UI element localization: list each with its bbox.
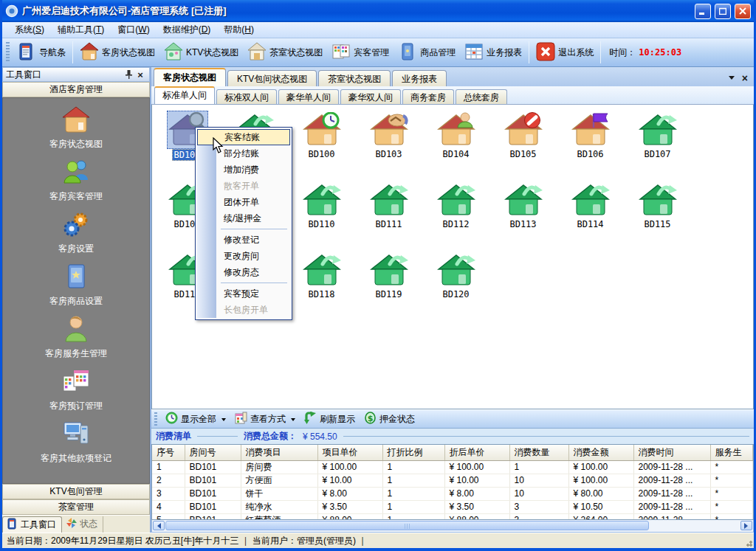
context-menu-item-11[interactable]: 宾客预定 (197, 285, 290, 302)
close-tab-icon[interactable]: × (742, 74, 748, 82)
table-row[interactable]: 5BD101红葡萄酒¥ 88.001¥ 88.003¥ 264.002009-1… (152, 513, 753, 520)
sidebar-item-7[interactable]: 客房其他款项登记 (10, 420, 142, 472)
dropdown-arrow-icon[interactable] (291, 418, 295, 423)
room-type-tab-1[interactable]: 标准双人间 (216, 89, 277, 104)
toolbar-button-navigator[interactable]: 导航条 (13, 40, 70, 65)
sidebar-group-ktv[interactable]: KTV包间管理 (2, 484, 150, 499)
room-type-tab-2[interactable]: 豪华单人间 (278, 89, 339, 104)
sidebar-item-4[interactable]: 客房商品设置 (10, 263, 142, 315)
menubar-item-1[interactable]: 辅助工具(T) (51, 21, 111, 38)
toolbar-button-exit[interactable]: 退出系统 (532, 40, 598, 65)
toolbar-button-goods-manage[interactable]: 商品管理 (394, 40, 460, 65)
sidebar-bottom-tab-toolwindow[interactable]: 工具窗口 (2, 516, 62, 533)
tab-list-dropdown-icon[interactable] (729, 76, 735, 83)
room-BD118[interactable]: BD118 (288, 249, 355, 319)
dropdown-arrow-icon[interactable] (221, 418, 226, 423)
room-BD104[interactable]: BD104 (422, 109, 489, 179)
close-tool-window-icon[interactable]: × (134, 69, 146, 80)
context-menu-item-5[interactable]: 续/退押金 (197, 210, 290, 226)
table-row[interactable]: 3BD101饼干¥ 8.001¥ 8.0010¥ 80.002009-11-28… (152, 487, 753, 500)
doc-tab-2[interactable]: 茶室状态视图 (318, 70, 391, 86)
room-BD111[interactable]: BD111 (355, 179, 422, 249)
context-menu-item-7[interactable]: 修改登记 (197, 232, 290, 248)
pin-icon[interactable] (123, 69, 134, 80)
scroll-left-arrow-icon[interactable] (153, 521, 165, 530)
table-row[interactable]: 1BD101房间费¥ 100.001¥ 100.001¥ 100.002009-… (152, 460, 753, 474)
context-menu-item-4[interactable]: 团体开单 (197, 194, 290, 210)
toolbar-button-ktv-status[interactable]: KTV状态视图 (159, 40, 243, 65)
context-menu-item-1[interactable]: 部分结账 (197, 145, 290, 162)
toolbar-button-report[interactable]: 业务报表 (460, 40, 526, 65)
room-BD103[interactable]: BD103 (355, 109, 422, 179)
sidebar-bottom-tab-status[interactable]: 状态 (62, 516, 103, 533)
room-BD120[interactable]: BD120 (422, 249, 489, 319)
room-type-tab-5[interactable]: 总统套房 (456, 89, 507, 104)
doc-tab-3[interactable]: 业务报表 (392, 70, 447, 86)
room-BD114[interactable]: BD114 (557, 179, 624, 249)
column-header[interactable]: 项目单价 (317, 445, 382, 460)
minimize-button[interactable] (695, 4, 711, 19)
room-BD106[interactable]: BD106 (557, 109, 624, 179)
room-type-tab-4[interactable]: 商务套房 (402, 89, 454, 104)
column-header[interactable]: 折后单价 (444, 445, 509, 460)
toolbar-grip[interactable] (6, 42, 10, 63)
sidebar-item-3[interactable]: 客房设置 (10, 210, 142, 263)
column-header[interactable]: 消费项目 (241, 445, 317, 460)
table-cell: 3 (509, 500, 568, 513)
toolbar-button-room-status[interactable]: 客房状态视图 (75, 40, 159, 65)
room-house-icon-group-handshake (370, 112, 408, 148)
column-header[interactable]: 房间号 (185, 445, 241, 460)
room-BD100[interactable]: BD100 (288, 109, 355, 179)
maximize-button[interactable] (715, 4, 731, 19)
room-type-tab-0[interactable]: 标准单人间 (154, 86, 215, 104)
sidebar-item-2[interactable]: 客房宾客管理 (10, 158, 142, 210)
menubar-item-3[interactable]: 数据维护(D) (157, 21, 218, 38)
context-menu-item-0[interactable]: 宾客结账 (197, 129, 290, 145)
list-toolbar-grip[interactable] (154, 412, 157, 426)
table-cell: ¥ 100.00 (568, 474, 633, 487)
resize-grip[interactable] (743, 538, 752, 547)
scrollbar-thumb[interactable] (165, 521, 649, 530)
room-BD112[interactable]: BD112 (422, 179, 489, 249)
room-BD115[interactable]: BD115 (624, 179, 691, 249)
action-refresh-button[interactable]: 刷新显示 (300, 410, 360, 428)
column-header[interactable]: 消费时间 (633, 445, 710, 460)
action-clock-button[interactable]: 显示全部 (161, 410, 230, 428)
sidebar-group-hotel-rooms[interactable]: 酒店客房管理 (2, 82, 150, 97)
context-menu-item-8[interactable]: 更改房间 (197, 248, 290, 264)
column-header[interactable]: 打折比例 (382, 445, 444, 460)
room-BD113[interactable]: BD113 (489, 179, 557, 249)
room-house-icon-reserved-flag (571, 112, 610, 148)
room-BD107[interactable]: BD107 (624, 109, 691, 179)
room-label: BD105 (509, 149, 536, 159)
column-header[interactable]: 消费数量 (509, 445, 568, 460)
column-header[interactable]: 序号 (152, 445, 185, 460)
table-row[interactable]: 4BD101纯净水¥ 3.501¥ 3.503¥ 10.502009-11-28… (152, 500, 753, 513)
room-type-tab-3[interactable]: 豪华双人间 (340, 89, 401, 104)
room-BD110[interactable]: BD110 (288, 179, 355, 249)
calendar-icon (61, 367, 91, 398)
menubar-item-0[interactable]: 系统(S) (8, 21, 51, 38)
sidebar-group-tea[interactable]: 茶室管理 (2, 499, 150, 515)
column-header[interactable]: 服务生 (710, 445, 753, 460)
context-menu-item-9[interactable]: 修改房态 (197, 264, 290, 280)
room-BD119[interactable]: BD119 (355, 249, 422, 319)
column-header[interactable]: 消费金额 (568, 445, 633, 460)
toolbar-button-guest-manage[interactable]: 宾客管理 (327, 40, 394, 65)
doc-tab-1[interactable]: KTV包间状态视图 (227, 70, 317, 86)
context-menu-item-2[interactable]: 增加消费 (197, 162, 290, 178)
scroll-right-arrow-icon[interactable] (740, 521, 752, 530)
menubar-item-4[interactable]: 帮助(H) (217, 21, 261, 38)
horizontal-scrollbar[interactable] (151, 520, 754, 533)
action-view-mode-button[interactable]: 查看方式 (230, 410, 300, 428)
sidebar-item-6[interactable]: 客房预订管理 (10, 367, 142, 420)
table-row[interactable]: 2BD101方便面¥ 10.001¥ 10.0010¥ 100.002009-1… (152, 474, 753, 487)
doc-tab-0[interactable]: 客房状态视图 (154, 68, 226, 86)
toolbar-button-tea-status[interactable]: 茶室状态视图 (243, 40, 327, 65)
menubar-item-2[interactable]: 窗口(W) (111, 21, 156, 38)
sidebar-item-1[interactable]: 客房状态视图 (10, 105, 142, 158)
sidebar-item-5[interactable]: 客房服务生管理 (10, 315, 142, 367)
room-BD105[interactable]: BD105 (489, 109, 557, 179)
close-button[interactable] (735, 4, 751, 19)
action-deposit-button[interactable]: $押金状态 (360, 410, 419, 428)
